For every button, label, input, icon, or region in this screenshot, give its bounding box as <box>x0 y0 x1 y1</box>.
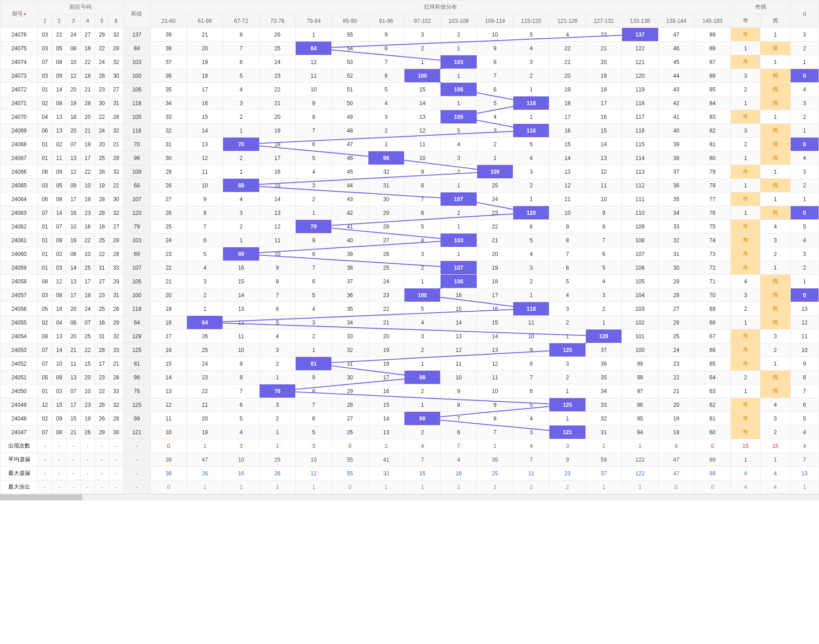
cell-dist: 32 <box>332 343 368 357</box>
cell-dist: 73 <box>694 247 730 261</box>
cell-dist: 1 <box>296 28 332 42</box>
cell-front: 22 <box>80 343 95 357</box>
cell-dist: 13 <box>441 330 477 343</box>
cell-issue: 24048 <box>0 412 38 426</box>
stat-dash: - <box>52 439 66 453</box>
cell-issue: 24053 <box>0 343 38 357</box>
cell-dist: 6 <box>259 302 295 316</box>
cell-dist: 36 <box>585 357 622 371</box>
cell-dist: 88 <box>694 42 730 55</box>
cell-dist: 10 <box>477 384 513 398</box>
horizontal-scrollbar[interactable] <box>0 494 819 500</box>
cell-issue: 24060 <box>0 247 38 261</box>
stat-dash: - <box>52 480 66 494</box>
cell-front: 21 <box>109 357 123 371</box>
cell-front: 03 <box>38 69 52 83</box>
stat-dash: - <box>38 439 52 453</box>
stat-value: 1 <box>368 439 404 453</box>
cell-issue: 24071 <box>0 96 38 110</box>
cell-dist: 9 <box>296 96 332 110</box>
cell-dist-hit: 68 <box>223 179 259 192</box>
cell-dist: 5 <box>296 426 332 439</box>
cell-issue: 24062 <box>0 220 38 234</box>
cell-sum: 137 <box>123 28 151 42</box>
cell-front: 26 <box>95 165 109 179</box>
table-row: 2406307141623283212026831314229622312010… <box>0 206 819 220</box>
cell-dist: 19 <box>150 302 186 316</box>
stat-value: 4 <box>513 439 549 453</box>
stat-value: 0 <box>658 439 694 453</box>
cell-dist: 4 <box>296 302 332 316</box>
cell-dist: 16 <box>150 343 186 357</box>
cell-front: 07 <box>80 316 95 330</box>
stat-dash: - <box>109 453 123 467</box>
cell-front: 07 <box>38 343 52 357</box>
cell-oe: 1 <box>731 316 760 330</box>
col-issue[interactable]: 期号▾ <box>0 0 38 28</box>
cell-odd-hit: 奇 <box>731 357 760 371</box>
cell-dist-hit: 106 <box>441 275 477 288</box>
cell-dist: 8 <box>441 398 477 412</box>
cell-front: 31 <box>95 330 109 343</box>
cell-oe: 4 <box>760 220 790 234</box>
cell-dist: 3 <box>404 330 441 343</box>
cell-issue: 24061 <box>0 234 38 247</box>
cell-dist: 37 <box>332 275 368 288</box>
cell-dist-hit: 99 <box>404 412 441 426</box>
cell-front: 18 <box>80 42 95 55</box>
cell-sum: 105 <box>123 110 151 124</box>
cell-oe: 4 <box>731 275 760 288</box>
cell-oe: 1 <box>760 165 790 179</box>
cell-dist: 66 <box>694 343 730 357</box>
cell-sum: 70 <box>123 138 151 151</box>
cell-dist: 48 <box>332 124 368 138</box>
cell-front: 11 <box>52 151 66 165</box>
cell-dist: 23 <box>368 288 404 302</box>
cell-front: 17 <box>80 275 95 288</box>
cell-dist: 5 <box>223 69 259 83</box>
cell-dist: 34 <box>332 316 368 330</box>
cell-dist: 30 <box>150 151 186 165</box>
cell-front: 08 <box>52 192 66 206</box>
cell-dist: 28 <box>658 288 694 302</box>
cell-dist: 12 <box>187 151 223 165</box>
cell-dist: 89 <box>694 28 730 42</box>
cell-dist: 2 <box>513 275 549 288</box>
cell-dist-hit: 81 <box>296 357 332 371</box>
table-row: 2405105091320232898142381930179810117235… <box>0 371 819 384</box>
cell-front: 08 <box>52 96 66 110</box>
cell-dist: 63 <box>694 384 730 398</box>
cell-dist: 4 <box>223 192 259 206</box>
cell-issue: 24063 <box>0 206 38 220</box>
cell-dist: 9 <box>259 261 295 275</box>
cell-dist: 40 <box>332 234 368 247</box>
cell-dist: 20 <box>187 42 223 55</box>
cell-dist: 10 <box>187 179 223 192</box>
cell-zero: 5 <box>790 220 819 234</box>
cell-front: 21 <box>80 83 95 96</box>
stat-value: 89 <box>694 467 730 480</box>
cell-dist: 20 <box>477 247 513 261</box>
cell-sum: 64 <box>123 316 151 330</box>
cell-front: 08 <box>38 330 52 343</box>
cell-front: 28 <box>95 69 109 83</box>
cell-front: 18 <box>52 302 66 316</box>
col-front-5: 5 <box>95 14 109 28</box>
cell-front: 28 <box>95 192 109 206</box>
cell-sum: 118 <box>123 302 151 316</box>
cell-zero: 3 <box>790 28 819 42</box>
stat-label: 最大连出 <box>0 480 38 494</box>
cell-front: 15 <box>66 412 80 426</box>
cell-dist: 7 <box>296 124 332 138</box>
cell-dist: 53 <box>332 55 368 69</box>
scrollbar-thumb[interactable] <box>0 495 82 500</box>
col-front-2: 2 <box>52 14 66 28</box>
cell-front: 02 <box>38 96 52 110</box>
stat-value: 55 <box>332 453 368 467</box>
cell-front: 18 <box>66 110 80 124</box>
cell-dist: 17 <box>259 151 295 165</box>
cell-dist: 7 <box>368 55 404 69</box>
stat-value: 1 <box>259 480 295 494</box>
cell-dist: 27 <box>658 302 694 316</box>
cell-dist: 11 <box>259 234 295 247</box>
